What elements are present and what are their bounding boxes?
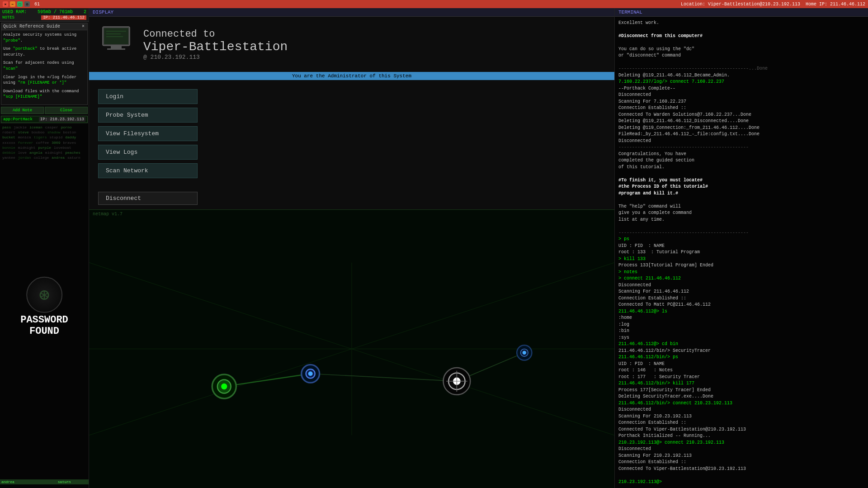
terminal-line: UID : PID : NAME [618,361,864,368]
terminal-header: TERMINAL [615,8,868,17]
pw-word: love [17,150,28,155]
terminal-output[interactable]: Note: the wildcard "*" indicates"All". -… [615,17,868,488]
notes-nav-label: NOTES [2,15,14,20]
terminal-line [618,171,864,177]
pw-word: iceman [28,125,44,130]
terminal-line: > notes [618,269,864,276]
terminal-line [618,197,864,204]
settings-btn[interactable]: ⚙ [24,1,30,7]
terminal-line: Process 177[Security Tracer] Ended [618,387,864,394]
netmap-label: netmap v1.7 [93,212,123,217]
pw-word: porno [60,125,73,130]
location-text: Location: Viper-Battlestation@210.23.192… [681,2,800,7]
terminal-line [618,26,864,33]
terminal-line: Deleting SecurityTracer.exe....Done [618,393,864,400]
terminal-line: :sys [618,335,864,341]
pw-word: bucket [1,135,17,140]
top-bar: × − □ ⚙ 61 Location: Viper-Battlestation… [0,0,868,8]
pw-word: peaches [64,150,82,155]
disconnect-button[interactable]: Disconnect [98,192,198,205]
terminal-line: root : 146 : Notes [618,367,864,374]
svg-rect-1 [104,28,128,44]
pw-word: daddy [64,135,77,140]
terminal-line: Disconnected [618,282,864,289]
terminal-line: Connected To Matt PC@211.46.46.112 [618,302,864,308]
terminal-line: Scanning For 7.160.22.237 [618,99,864,105]
close-btn[interactable]: × [3,1,8,7]
terminal-line: 7.160.22.237/log/> connect 7.160.22.237 [618,79,864,85]
pw-word: pass [1,125,12,130]
pw-word: loveboat [52,145,72,150]
ram-value: 595mb / 761mb [38,9,73,14]
pw-word: purple [37,145,52,150]
display-header: DISPLAY [89,8,614,17]
view-logs-button[interactable]: View Logs [98,145,198,160]
terminal-line: Deleting @119_Connection:_from_211.46.46… [618,125,864,132]
system-status: USED RAM: 595mb / 761mb 2 NOTES IP: 211.… [0,8,89,22]
terminal-line: list at any time. [618,217,864,223]
note-item-1: Analyze security systems using "probe". [3,32,85,43]
add-note-button[interactable]: Add Note [1,107,44,114]
terminal-line [618,59,864,66]
terminal-panel: TERMINAL Note: the wildcard "*" indicate… [615,8,868,488]
terminal-line: ----------------------------------------… [618,230,864,237]
terminal-line: Disconnected [618,407,864,413]
server-name: Viper-Battlestation [143,40,288,54]
ip-bar: NOTES IP: 211.46.46.112 [2,15,86,20]
terminal-line: :log [618,322,864,328]
close-notes-button[interactable]: Close [45,107,88,114]
terminal-line: Process 133[Tutorial Program] Ended [618,262,864,269]
pw-word: saturn [66,155,82,160]
terminal-line: UID : PID : NAME [618,243,864,250]
maximize-btn[interactable]: □ [17,1,23,7]
pw-word: jackie [12,125,28,130]
terminal-line: give you a complete command [618,210,864,217]
notes-close-button[interactable]: × [81,24,85,29]
pw-word: steve [17,130,30,135]
pw-word: angela [28,150,44,155]
notes-content: Analyze security systems using "probe". … [1,30,87,104]
view-filesystem-button[interactable]: View Filesystem [98,126,198,141]
svg-line-12 [311,374,457,381]
center-panel: DISPLAY Connected to Viper-Battlestation [89,8,615,488]
ram-counter: 2 [84,9,86,14]
terminal-line: Scanning For 210.23.192.113 [618,453,864,460]
terminal-line: FileRead:_by_211.46.46.112_-_file:config… [618,131,864,138]
pw-word: bonnie [1,145,17,150]
svg-rect-3 [107,48,125,50]
netmap-visualization [89,210,614,488]
pw-word: forever [17,140,35,145]
pw-word: jordan [17,155,33,160]
login-button[interactable]: Login [98,89,198,104]
terminal-line: Disconnected [618,446,864,453]
pw-word: debbie [1,150,17,155]
action-buttons: Login Probe System View Filesystem View … [89,80,614,187]
terminal-line: 211.46.46.112/bin/> connect 210.23.192.1… [618,400,864,407]
pw-word: robert [1,130,17,135]
terminal-line: Congratulations, You have [618,151,864,158]
connected-to-label: Connected to [143,28,288,40]
server-ip: @ 210.23.192.113 [143,54,288,61]
svg-point-16 [221,384,227,389]
note-item-2: Use "porthack" to break active security. [3,46,85,57]
terminal-line: Connection Established :: [618,459,864,466]
app-status: app:PortHack IP: 210.23.192.113 [1,116,88,123]
minimize-btn[interactable]: − [10,1,15,7]
main-layout: USED RAM: 595mb / 761mb 2 NOTES IP: 211.… [0,8,868,488]
terminal-line: :home [618,315,864,322]
scan-network-button[interactable]: Scan Network [98,163,198,178]
svg-point-19 [308,371,313,376]
terminal-line: Connected To Viper-Battlestation@210.23.… [618,466,864,473]
password-cracker-area: pass jackie iceman casper porno robert s… [0,124,89,488]
notes-panel: Quick Reference Guide × Analyze security… [1,23,88,105]
pw-word: booboo [30,130,46,135]
terminal-line: Connection Established :: [618,295,864,302]
pw-word: stupid [48,135,64,140]
terminal-line: root : 177 : Security Tracer [618,374,864,381]
terminal-line: 211.46.46.112/bin/> SecurityTracer [618,348,864,355]
pw-word: xxxxxx [1,140,17,145]
terminal-line: Connected To Warden Solutions@7.160.22.2… [618,112,864,118]
probe-system-button[interactable]: Probe System [98,108,198,123]
pw-word: yankee [1,155,17,160]
disconnect-area: Disconnect [89,187,614,209]
